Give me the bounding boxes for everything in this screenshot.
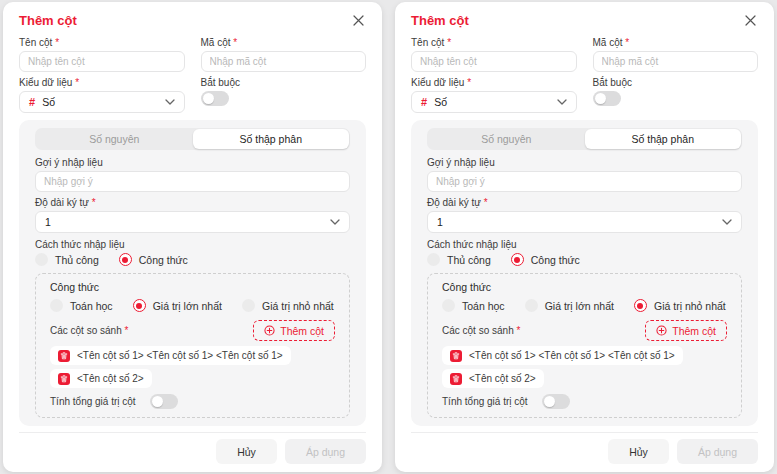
compare-column-chip: <Tên cột số 2> (442, 369, 544, 388)
name-code-row: Tên cột Mã cột (19, 37, 366, 72)
hint-label: Gợi ý nhập liệu (35, 157, 350, 168)
compare-columns-row: Các cột so sánh Thêm cột (50, 320, 335, 341)
radio-circle (50, 299, 63, 312)
data-type-value: Số (42, 96, 157, 108)
radio-formula[interactable]: Công thức (119, 253, 188, 266)
cancel-button[interactable]: Hủy (608, 439, 669, 464)
sum-toggle-row: Tính tổng giá trị cột (50, 394, 335, 409)
tab-integer[interactable]: Số nguyên (428, 129, 585, 149)
name-code-row: Tên cột Mã cột (411, 37, 758, 72)
tab-decimal[interactable]: Số thập phân (585, 129, 742, 149)
sum-toggle[interactable] (150, 394, 178, 409)
required-toggle[interactable] (201, 91, 229, 106)
formula-box: Công thức Toán học Giá trị lớn nhất Giá … (427, 273, 742, 418)
length-select[interactable]: 1 (427, 211, 742, 233)
radio-math[interactable]: Toán học (442, 299, 505, 312)
type-required-row: Kiểu dữ liệu # Số Bắt buộc (411, 77, 758, 113)
trash-icon[interactable] (58, 373, 70, 385)
dialog-title: Thêm cột (411, 13, 469, 28)
dialog-footer: Hủy Áp dụng (19, 432, 366, 464)
input-method-options: Thủ công Công thức (427, 253, 742, 266)
length-value: 1 (45, 216, 323, 228)
compare-column-text: <Tên cột số 1> <Tên cột số 1> <Tên cột s… (469, 350, 675, 361)
required-label: Bắt buộc (201, 77, 367, 88)
formula-title: Công thức (50, 281, 335, 293)
number-type-tabs: Số nguyên Số thập phân (427, 128, 742, 150)
radio-manual[interactable]: Thủ công (35, 253, 99, 266)
hint-label: Gợi ý nhập liệu (427, 157, 742, 168)
column-code-input[interactable] (201, 51, 367, 72)
formula-options: Toán học Giá trị lớn nhất Giá trị nhỏ nh… (50, 299, 335, 312)
formula-box: Công thức Toán học Giá trị lớn nhất Giá … (35, 273, 350, 418)
column-code-input[interactable] (593, 51, 759, 72)
column-name-label: Tên cột (19, 37, 185, 48)
length-label: Độ dài ký tự (35, 197, 350, 208)
input-method-options: Thủ công Công thức (35, 253, 350, 266)
radio-circle (427, 253, 440, 266)
trash-icon[interactable] (450, 350, 462, 362)
radio-max-value[interactable]: Giá trị lớn nhất (133, 299, 222, 312)
chevron-down-icon (722, 219, 732, 225)
close-icon[interactable] (742, 12, 758, 28)
radio-max-value[interactable]: Giá trị lớn nhất (525, 299, 614, 312)
column-name-input[interactable] (411, 51, 577, 72)
sum-toggle-row: Tính tổng giá trị cột (442, 394, 727, 409)
chevron-down-icon (330, 219, 340, 225)
close-icon[interactable] (350, 12, 366, 28)
apply-button[interactable]: Áp dụng (677, 439, 758, 464)
required-toggle[interactable] (593, 91, 621, 106)
radio-circle (35, 253, 48, 266)
radio-manual[interactable]: Thủ công (427, 253, 491, 266)
length-label: Độ dài ký tự (427, 197, 742, 208)
length-select[interactable]: 1 (35, 211, 350, 233)
radio-circle (242, 299, 255, 312)
add-column-dialog-right: Thêm cột Tên cột Mã cột Kiểu dữ liệu # S… (395, 2, 774, 472)
radio-circle (133, 299, 146, 312)
hint-input[interactable] (35, 171, 350, 192)
cancel-button[interactable]: Hủy (216, 439, 277, 464)
compare-column-text: <Tên cột số 1> <Tên cột số 1> <Tên cột s… (77, 350, 283, 361)
page: Thêm cột Tên cột Mã cột Kiểu dữ liệu # S… (0, 0, 777, 474)
dialog-footer: Hủy Áp dụng (411, 432, 758, 464)
formula-options: Toán học Giá trị lớn nhất Giá trị nhỏ nh… (442, 299, 727, 312)
input-method-label: Cách thức nhập liệu (427, 239, 742, 250)
trash-icon[interactable] (58, 350, 70, 362)
chevron-down-icon (557, 99, 567, 105)
data-type-label: Kiểu dữ liệu (19, 77, 185, 88)
number-type-tabs: Số nguyên Số thập phân (35, 128, 350, 150)
compare-column-text: <Tên cột số 2> (469, 373, 536, 384)
plus-circle-icon (656, 325, 667, 336)
type-required-row: Kiểu dữ liệu # Số Bắt buộc (19, 77, 366, 113)
number-hash-icon: # (29, 96, 35, 108)
radio-min-value[interactable]: Giá trị nhỏ nhất (634, 299, 726, 312)
data-type-select[interactable]: # Số (411, 91, 577, 113)
compare-column-chip: <Tên cột số 2> (50, 369, 152, 388)
add-column-button[interactable]: Thêm cột (253, 320, 335, 341)
hint-input[interactable] (427, 171, 742, 192)
sum-toggle[interactable] (542, 394, 570, 409)
chevron-down-icon (165, 99, 175, 105)
apply-button[interactable]: Áp dụng (285, 439, 366, 464)
column-name-input[interactable] (19, 51, 185, 72)
formula-title: Công thức (442, 281, 727, 293)
compare-column-text: <Tên cột số 2> (77, 373, 144, 384)
compare-columns-row: Các cột so sánh Thêm cột (442, 320, 727, 341)
data-type-value: Số (434, 96, 549, 108)
length-value: 1 (437, 216, 715, 228)
data-type-select[interactable]: # Số (19, 91, 185, 113)
add-column-button[interactable]: Thêm cột (645, 320, 727, 341)
tab-integer[interactable]: Số nguyên (36, 129, 193, 149)
add-column-dialog-left: Thêm cột Tên cột Mã cột Kiểu dữ liệu # S… (3, 2, 382, 472)
dialog-header: Thêm cột (411, 12, 758, 28)
radio-min-value[interactable]: Giá trị nhỏ nhất (242, 299, 334, 312)
radio-math[interactable]: Toán học (50, 299, 113, 312)
dialog-header: Thêm cột (19, 12, 366, 28)
trash-icon[interactable] (450, 373, 462, 385)
dialog-title: Thêm cột (19, 13, 77, 28)
sum-toggle-label: Tính tổng giá trị cột (50, 396, 136, 407)
compare-column-chip: <Tên cột số 1> <Tên cột số 1> <Tên cột s… (50, 346, 291, 365)
number-hash-icon: # (421, 96, 427, 108)
compare-column-chip: <Tên cột số 1> <Tên cột số 1> <Tên cột s… (442, 346, 683, 365)
tab-decimal[interactable]: Số thập phân (193, 129, 350, 149)
radio-formula[interactable]: Công thức (511, 253, 580, 266)
